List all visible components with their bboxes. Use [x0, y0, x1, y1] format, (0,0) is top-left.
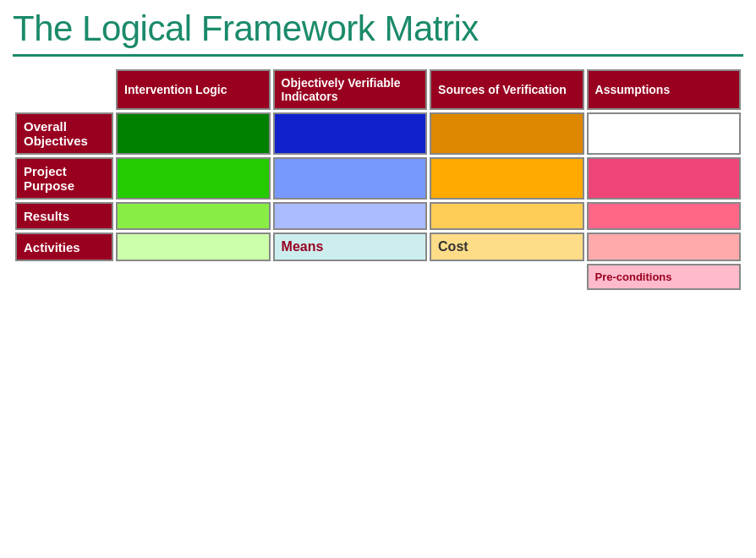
cell-overall-intervention — [116, 112, 270, 155]
cell-results-intervention — [116, 202, 270, 230]
row-results: Results — [15, 202, 741, 230]
cell-overall-ovi — [273, 112, 427, 155]
header-row: Intervention Logic Objectively Verifiabl… — [15, 69, 741, 110]
cell-preconditions: Pre-conditions — [587, 264, 741, 290]
row-preconditions: Pre-conditions — [15, 264, 741, 290]
cell-results-assumptions — [587, 202, 741, 230]
header-assumptions: Assumptions — [587, 69, 741, 110]
precond-spacer — [15, 264, 584, 290]
header-intervention-logic: Intervention Logic — [116, 69, 270, 110]
cell-overall-assumptions — [587, 112, 741, 155]
cell-activities-cost: Cost — [430, 232, 583, 261]
page: The Logical Framework Matrix Interventio… — [0, 0, 756, 558]
cell-activities-intervention — [116, 232, 270, 261]
label-project-purpose: Project Purpose — [15, 157, 113, 200]
header-sov: Sources of Verification — [430, 69, 583, 110]
cell-purpose-assumptions — [587, 157, 741, 200]
cell-activities-means: Means — [273, 232, 427, 261]
row-overall-objectives: Overall Objectives — [15, 112, 741, 155]
cell-activities-assumptions — [587, 232, 741, 261]
header-empty — [15, 69, 113, 110]
cell-overall-sov — [430, 112, 583, 155]
header-ovi: Objectively Verifiable Indicators — [273, 69, 427, 110]
cell-results-ovi — [273, 202, 427, 230]
cell-purpose-ovi — [273, 157, 427, 200]
label-overall-objectives: Overall Objectives — [15, 112, 113, 155]
label-results: Results — [15, 202, 113, 230]
label-activities: Activities — [15, 232, 113, 261]
page-title: The Logical Framework Matrix — [13, 8, 743, 49]
cell-results-sov — [430, 202, 583, 230]
row-activities: Activities Means Cost — [15, 232, 741, 261]
cell-purpose-sov — [430, 157, 583, 200]
title-divider — [13, 54, 743, 57]
matrix-table: Intervention Logic Objectively Verifiabl… — [13, 67, 743, 293]
row-project-purpose: Project Purpose — [15, 157, 741, 200]
cell-purpose-intervention — [116, 157, 270, 200]
